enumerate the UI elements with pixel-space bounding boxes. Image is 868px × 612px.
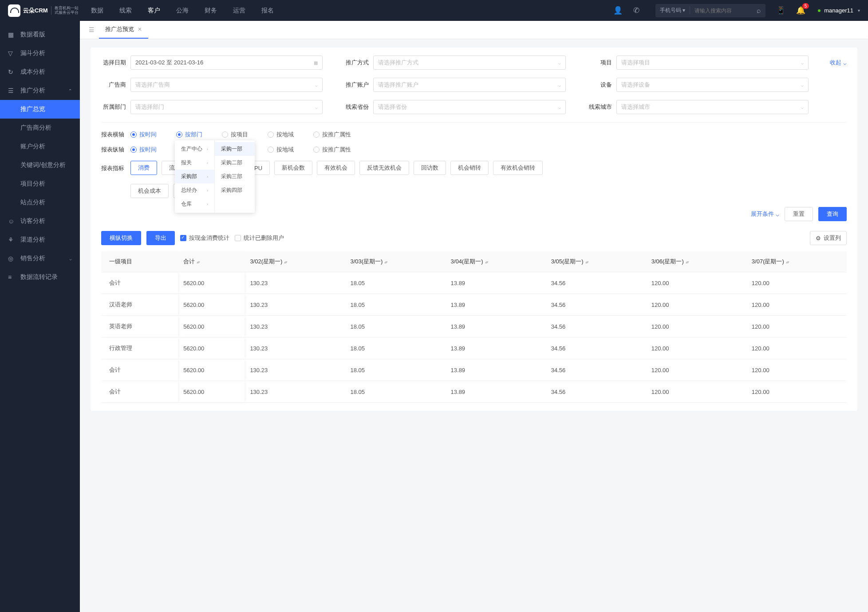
table-cell: 5620.00 (178, 359, 245, 381)
date-range-input[interactable]: 2021-03-02 至 2021-03-16▦ (130, 56, 323, 70)
collapse-link[interactable]: 收起⌵ (830, 59, 847, 67)
logo-text: 云朵CRM (23, 7, 48, 15)
radio-option[interactable]: 按时间 (130, 131, 157, 139)
sidebar-item[interactable]: ☰推广分析⌃ (0, 81, 80, 100)
table-header-cell[interactable]: 3/07(星期一)▴▾ (746, 251, 847, 272)
table-header: 一级项目合计▴▾3/02(星期一)▴▾3/03(星期一)▴▾3/04(星期一)▴… (101, 251, 847, 272)
table-header-cell[interactable]: 合计▴▾ (178, 251, 245, 272)
dropdown-item[interactable]: 总经办› (175, 183, 214, 197)
table-cell: 120.00 (646, 316, 746, 338)
switch-button[interactable]: 横纵切换 (101, 231, 141, 245)
dropdown-item[interactable]: 采购三部 (215, 170, 255, 183)
table-cell: 120.00 (746, 316, 847, 338)
dropdown-item[interactable]: 采购一部 (215, 142, 255, 156)
metric-button[interactable]: 机会销转 (450, 161, 489, 175)
radio-option[interactable]: 按推广属性 (313, 131, 351, 139)
promo-account-select[interactable]: 请选择推广账户⌵ (373, 78, 565, 92)
radio-option[interactable]: 按部门 (176, 131, 202, 139)
topnav-item[interactable]: 客户 (148, 7, 160, 15)
sidebar-item[interactable]: ▽漏斗分析 (0, 44, 80, 63)
project-select[interactable]: 请选择项目⌵ (616, 56, 809, 70)
dropdown-item[interactable]: 仓库› (175, 197, 214, 211)
dropdown-item[interactable]: 生产中心› (175, 142, 214, 156)
search-icon[interactable]: ⌕ (752, 7, 765, 15)
city-select[interactable]: 请选择城市⌵ (616, 100, 809, 114)
sidebar-item[interactable]: ☺访客分析 (0, 212, 80, 230)
metric-button[interactable]: 回访数 (414, 161, 446, 175)
reset-button[interactable]: 重置 (785, 207, 813, 221)
metric-button[interactable]: 机会成本 (130, 184, 169, 198)
tab-active[interactable]: 推广总预览 ✕ (99, 21, 148, 39)
query-button[interactable]: 查询 (818, 207, 847, 221)
topnav-item[interactable]: 运营 (233, 7, 245, 15)
search-input[interactable] (690, 8, 752, 14)
dropdown-item[interactable]: 采购二部 (215, 156, 255, 170)
user-menu[interactable]: manager11 ▾ (818, 7, 860, 14)
sidebar-item[interactable]: ◎销售分析⌵ (0, 249, 80, 268)
sidebar-item[interactable]: ▦数据看版 (0, 25, 80, 44)
device-select[interactable]: 请选择设备⌵ (616, 78, 809, 92)
radio-option[interactable]: 按地域 (268, 146, 294, 154)
sidebar-icon: ↻ (8, 68, 15, 76)
table-header-cell[interactable]: 3/04(星期一)▴▾ (446, 251, 546, 272)
close-icon[interactable]: ✕ (138, 26, 142, 32)
notification-icon[interactable]: 🔔5 (796, 6, 805, 15)
topnav-item[interactable]: 数据 (91, 7, 103, 15)
radio-option[interactable]: 按地域 (268, 131, 294, 139)
province-select[interactable]: 请选择省份⌵ (373, 100, 565, 114)
metric-button[interactable]: 反馈无效机会 (359, 161, 409, 175)
logo[interactable]: 云朵CRM 教育机构一站式服务云平台 (8, 4, 79, 17)
tab-collapse-icon[interactable]: ☰ (84, 26, 99, 33)
table-cell: 130.23 (245, 381, 345, 403)
cash-stats-checkbox[interactable]: 按现金消费统计 (180, 234, 229, 242)
dept-select[interactable]: 请选择部门⌵ (130, 100, 323, 114)
sidebar-subitem[interactable]: 项目分析 (0, 175, 80, 193)
table-cell: 34.56 (546, 316, 646, 338)
data-table: 一级项目合计▴▾3/02(星期一)▴▾3/03(星期一)▴▾3/04(星期一)▴… (101, 251, 847, 403)
sidebar-item[interactable]: ⚘渠道分析 (0, 230, 80, 249)
radio-option[interactable]: 按推广属性 (313, 146, 351, 154)
dropdown-item[interactable]: 报关› (175, 156, 214, 170)
sidebar-subitem[interactable]: 推广总览 (0, 100, 80, 119)
sidebar-item[interactable]: ≡数据流转记录 (0, 268, 80, 286)
column-settings-button[interactable]: ⚙设置列 (810, 231, 847, 245)
table-header-cell[interactable]: 3/05(星期一)▴▾ (546, 251, 646, 272)
topnav-item[interactable]: 公海 (176, 7, 189, 15)
table-row: 行政管理5620.00130.2318.0513.8934.56120.0012… (101, 338, 847, 359)
table-header-cell[interactable]: 3/06(星期一)▴▾ (646, 251, 746, 272)
table-row: 会计5620.00130.2318.0513.8934.56120.00120.… (101, 359, 847, 381)
radio-option[interactable]: 按项目 (222, 131, 248, 139)
table-header-cell[interactable]: 一级项目 (101, 251, 178, 272)
dropdown-item[interactable]: 采购部› (175, 170, 214, 183)
metric-button[interactable]: 消费 (130, 161, 157, 175)
export-button[interactable]: 导出 (146, 231, 175, 245)
sidebar-subitem[interactable]: 广告商分析 (0, 119, 80, 137)
mobile-icon[interactable]: 📱 (776, 6, 785, 15)
metric-button[interactable]: 新机会数 (274, 161, 312, 175)
dropdown-item[interactable]: 采购四部 (215, 183, 255, 197)
topnav-item[interactable]: 线索 (119, 7, 132, 15)
table-cell: 13.89 (446, 338, 546, 359)
sidebar-item[interactable]: ↻成本分析 (0, 63, 80, 81)
deleted-users-checkbox[interactable]: 统计已删除用户 (235, 234, 284, 242)
metric-button[interactable]: 有效机会销转 (493, 161, 543, 175)
sidebar-subitem[interactable]: 站点分析 (0, 193, 80, 212)
promo-method-select[interactable]: 请选择推广方式⌵ (373, 56, 565, 70)
sidebar-subitem[interactable]: 关键词/创意分析 (0, 156, 80, 175)
table-header-cell[interactable]: 3/02(星期一)▴▾ (245, 251, 345, 272)
metric-button[interactable]: 有效机会 (317, 161, 355, 175)
search-type-select[interactable]: 手机号码 ▾ (655, 7, 690, 14)
table-header-cell[interactable]: 3/03(星期一)▴▾ (345, 251, 445, 272)
advertiser-select[interactable]: 请选择广告商⌵ (130, 78, 323, 92)
sidebar-subitem[interactable]: 账户分析 (0, 137, 80, 156)
topnav-item[interactable]: 财务 (205, 7, 217, 15)
table-cell: 120.00 (746, 294, 847, 316)
phone-icon[interactable]: ✆ (633, 6, 639, 15)
table-cell: 5620.00 (178, 294, 245, 316)
topnav-item[interactable]: 报名 (261, 7, 274, 15)
expand-conditions-link[interactable]: 展开条件⌵ (751, 210, 779, 218)
radio-option[interactable]: 按时间 (130, 146, 157, 154)
table-cell: 34.56 (546, 272, 646, 294)
table-cell: 34.56 (546, 294, 646, 316)
user-icon[interactable]: 👤 (613, 6, 623, 15)
